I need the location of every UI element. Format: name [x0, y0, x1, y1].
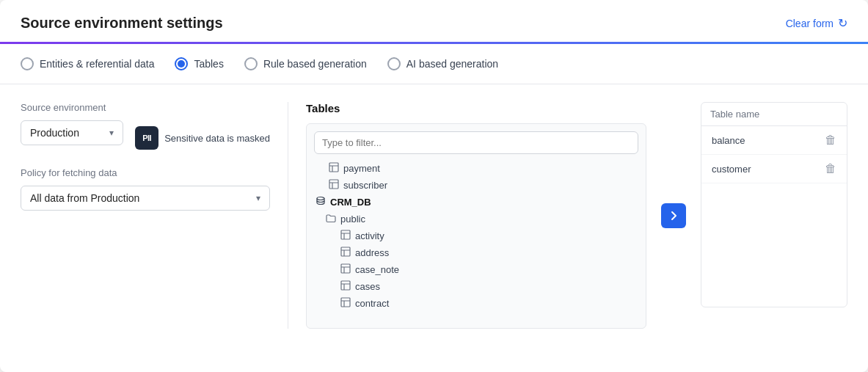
tables-section: Tables payment — [306, 102, 646, 329]
policy-value: All data from Production — [30, 192, 139, 204]
selected-row-balance: balance 🗑 — [701, 126, 847, 155]
table-icon — [329, 162, 339, 175]
selected-table-name-customer: customer — [712, 164, 751, 175]
filter-input-wrap — [314, 131, 638, 154]
pii-badge: PII — [135, 126, 158, 150]
tree-item-crm-db[interactable]: CRM_DB — [314, 194, 638, 211]
tab-ai-based-label: AI based generation — [406, 58, 498, 70]
svg-rect-10 — [341, 247, 350, 256]
tree-item-activity[interactable]: activity — [314, 227, 638, 244]
table-icon — [340, 297, 351, 310]
svg-point-6 — [317, 197, 324, 200]
tree-item-contract-label: contract — [355, 298, 389, 309]
left-panel: Source environment Production ▾ PII Sens… — [21, 102, 270, 329]
table-icon — [340, 263, 351, 276]
tab-entities-label: Entities & referential data — [40, 58, 154, 70]
source-env-arrow: ▾ — [109, 128, 114, 138]
tab-entities[interactable]: Entities & referential data — [21, 57, 154, 70]
selected-tables-header: Table name — [701, 103, 847, 126]
filter-input[interactable] — [314, 131, 638, 154]
tab-rule-based[interactable]: Rule based generation — [244, 57, 367, 70]
clear-form-button[interactable]: Clear form ↻ — [786, 16, 847, 30]
right-panel: Tables payment — [306, 102, 847, 329]
tree-item-public-label: public — [340, 214, 365, 225]
tree-item-activity-label: activity — [355, 230, 384, 241]
policy-dropdown[interactable]: All data from Production ▾ — [21, 186, 270, 211]
source-env-label: Source environment — [21, 102, 270, 113]
svg-rect-3 — [329, 180, 338, 189]
delete-customer-button[interactable]: 🗑 — [825, 162, 836, 175]
source-env-dropdown[interactable]: Production ▾ — [21, 120, 123, 145]
add-table-button[interactable] — [661, 203, 686, 228]
radio-rule-based[interactable] — [244, 57, 258, 70]
card-header: Source environment settings Clear form ↻ — [0, 0, 868, 44]
table-icon — [329, 179, 339, 192]
tables-section-title: Tables — [306, 102, 646, 114]
header-row: Source environment settings Clear form ↻ — [21, 15, 847, 42]
chevron-right-icon — [668, 211, 679, 221]
masked-text: Sensitive data is masked — [164, 133, 270, 144]
clear-form-label: Clear form — [786, 18, 834, 29]
tree-item-cases-label: cases — [355, 281, 380, 292]
tables-tree-container[interactable]: payment subscriber CRM_DB — [306, 123, 646, 329]
tab-tables-label: Tables — [194, 58, 223, 70]
main-card: Source environment settings Clear form ↻… — [0, 0, 868, 372]
tab-tables[interactable]: Tables — [175, 57, 223, 70]
svg-rect-13 — [341, 264, 350, 273]
tree-item-subscriber-label: subscriber — [343, 180, 387, 191]
source-env-value: Production — [30, 127, 79, 139]
tree-item-address[interactable]: address — [314, 244, 638, 261]
radio-tables[interactable] — [175, 57, 188, 70]
sensitive-badge: PII Sensitive data is masked — [135, 126, 270, 150]
policy-arrow: ▾ — [256, 193, 260, 203]
table-icon — [340, 230, 351, 242]
svg-rect-16 — [341, 281, 350, 290]
tree-item-crm-db-label: CRM_DB — [330, 197, 371, 208]
folder-icon — [326, 213, 336, 225]
refresh-icon: ↻ — [838, 16, 847, 30]
tree-item-payment[interactable]: payment — [314, 160, 638, 177]
table-icon — [340, 247, 351, 259]
svg-rect-19 — [341, 298, 350, 307]
vertical-divider — [288, 102, 288, 329]
svg-rect-7 — [341, 230, 350, 239]
svg-rect-0 — [329, 163, 338, 172]
delete-balance-button[interactable]: 🗑 — [825, 134, 836, 147]
db-icon — [316, 196, 326, 208]
tree-item-payment-label: payment — [343, 163, 380, 174]
page-title: Source environment settings — [21, 15, 223, 32]
selected-table-name-balance: balance — [712, 135, 745, 146]
tabs-row: Entities & referential data Tables Rule … — [0, 44, 868, 84]
tree-item-address-label: address — [355, 247, 389, 258]
tree-item-cases[interactable]: cases — [314, 278, 638, 295]
radio-ai-based[interactable] — [387, 57, 401, 70]
radio-tables-inner — [178, 60, 185, 68]
selected-row-customer: customer 🗑 — [701, 155, 847, 183]
tab-ai-based[interactable]: AI based generation — [387, 57, 498, 70]
tab-rule-based-label: Rule based generation — [263, 58, 367, 70]
tree-item-case-note[interactable]: case_note — [314, 261, 638, 278]
tree-item-case-note-label: case_note — [355, 264, 399, 275]
policy-label: Policy for fetching data — [21, 167, 270, 178]
tree-item-public[interactable]: public — [314, 211, 638, 227]
radio-entities[interactable] — [21, 57, 34, 70]
tree-item-subscriber[interactable]: subscriber — [314, 177, 638, 194]
selected-table-box: Table name balance 🗑 customer 🗑 — [701, 102, 847, 307]
table-icon — [340, 280, 351, 293]
selected-tables-panel: Table name balance 🗑 customer 🗑 — [701, 102, 847, 329]
card-body: Source environment Production ▾ PII Sens… — [0, 84, 868, 346]
tree-item-contract[interactable]: contract — [314, 295, 638, 312]
